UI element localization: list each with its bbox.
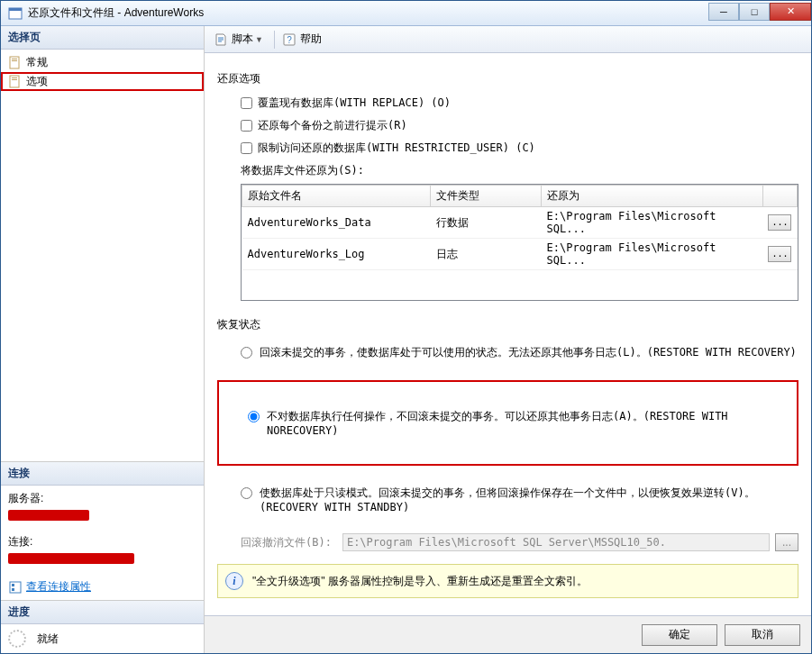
rollback-label: 回滚撤消文件(B): xyxy=(241,535,332,550)
restore-files-table[interactable]: 原始文件名 文件类型 还原为 AdventureWorks_Data 行数据 xyxy=(241,184,798,301)
toolbar-separator xyxy=(274,31,275,49)
svg-rect-6 xyxy=(12,77,17,78)
overwrite-label: 覆盖现有数据库(WITH REPLACE) (O) xyxy=(258,95,451,111)
progress-status: 就绪 xyxy=(37,631,59,647)
ok-button[interactable]: 确定 xyxy=(642,624,717,646)
svg-rect-10 xyxy=(12,588,14,591)
col-header-browse xyxy=(762,186,797,207)
radio-norecovery-highlight: 不对数据库执行任何操作，不回滚未提交的事务。可以还原其他事务日志(A)。(RES… xyxy=(217,380,798,466)
prompt-label: 还原每个备份之前进行提示(R) xyxy=(258,118,407,133)
link-label: 查看连接属性 xyxy=(26,579,91,595)
info-icon: i xyxy=(225,572,243,590)
connection-header: 连接 xyxy=(1,462,204,486)
browse-button[interactable]: ... xyxy=(768,246,791,262)
svg-text:?: ? xyxy=(287,35,292,45)
sidebar: 选择页 常规 选项 连接 服务器: 连接: xyxy=(1,26,205,653)
col-header-original[interactable]: 原始文件名 xyxy=(242,186,431,207)
radio-recovery-row[interactable]: 回滚未提交的事务，使数据库处于可以使用的状态。无法还原其他事务日志(L)。(RE… xyxy=(241,341,798,364)
toolbar: 脚本 ▼ ? 帮助 xyxy=(205,26,811,53)
properties-icon xyxy=(8,580,23,595)
svg-rect-8 xyxy=(10,582,21,593)
progress-header: 进度 xyxy=(1,601,204,624)
titlebar: 还原文件和文件组 - AdventureWorks ─ □ ✕ xyxy=(1,1,811,26)
connection-label: 连接: xyxy=(1,532,204,551)
close-button[interactable]: ✕ xyxy=(770,3,811,21)
radio-recovery-label: 回滚未提交的事务，使数据库处于可以使用的状态。无法还原其他事务日志(L)。(RE… xyxy=(260,345,797,360)
svg-rect-4 xyxy=(12,60,17,61)
maximize-button[interactable]: □ xyxy=(739,3,770,21)
table-row[interactable]: AdventureWorks_Data 行数据 E:\Program Files… xyxy=(242,207,798,239)
window-title: 还原文件和文件组 - AdventureWorks xyxy=(28,5,708,21)
radio-norecovery[interactable] xyxy=(248,411,260,422)
window-controls: ─ □ ✕ xyxy=(708,6,811,21)
rollback-file-row: 回滚撤消文件(B): ... xyxy=(241,533,798,551)
table-row[interactable]: AdventureWorks_Log 日志 E:\Program Files\M… xyxy=(242,239,798,270)
script-button[interactable]: 脚本 ▼ xyxy=(210,30,267,49)
tool-label: 脚本 xyxy=(232,32,253,47)
radio-norecovery-row[interactable]: 不对数据库执行任何操作，不回滚未提交的事务。可以还原其他事务日志(A)。(RES… xyxy=(226,405,789,441)
sidebar-item-options[interactable]: 选项 xyxy=(1,72,204,91)
help-button[interactable]: ? 帮助 xyxy=(278,30,325,49)
tool-label: 帮助 xyxy=(300,32,322,47)
connection-section: 连接 服务器: 连接: 查看连接属性 xyxy=(1,461,204,600)
svg-rect-2 xyxy=(10,57,19,68)
content-area: 还原选项 覆盖现有数据库(WITH REPLACE) (O) 还原每个备份之前进… xyxy=(205,53,811,615)
overwrite-checkbox[interactable] xyxy=(241,97,252,109)
chevron-down-icon: ▼ xyxy=(255,35,263,44)
script-icon xyxy=(214,32,228,47)
browse-button[interactable]: ... xyxy=(768,214,791,231)
info-bar: i "全文升级选项" 服务器属性控制是导入、重新生成还是重置全文索引。 xyxy=(217,564,798,598)
cell-type: 行数据 xyxy=(431,207,542,239)
server-label: 服务器: xyxy=(1,489,204,508)
button-bar: 确定 取消 xyxy=(205,615,811,653)
cell-path: E:\Program Files\Microsoft SQL... xyxy=(542,207,763,239)
svg-rect-9 xyxy=(12,584,14,586)
progress-section: 进度 就绪 xyxy=(1,600,204,653)
select-page-header: 选择页 xyxy=(1,26,204,50)
svg-rect-1 xyxy=(9,8,22,11)
radio-standby[interactable] xyxy=(241,487,252,499)
minimize-button[interactable]: ─ xyxy=(708,3,739,21)
radio-norecovery-label: 不对数据库执行任何操作，不回滚未提交的事务。可以还原其他事务日志(A)。(RES… xyxy=(267,409,789,437)
app-icon xyxy=(8,6,23,21)
page-icon xyxy=(8,75,23,89)
sidebar-item-label: 选项 xyxy=(26,74,48,89)
progress-spinner-icon xyxy=(8,630,26,648)
cell-name: AdventureWorks_Log xyxy=(242,239,431,270)
info-text: "全文升级选项" 服务器属性控制是导入、重新生成还是重置全文索引。 xyxy=(252,574,588,589)
recovery-state-title: 恢复状态 xyxy=(217,317,798,332)
dialog-body: 选择页 常规 选项 连接 服务器: 连接: xyxy=(1,26,811,653)
restrict-label: 限制访问还原的数据库(WITH RESTRICTED_USER) (C) xyxy=(258,141,535,156)
restore-options-group: 覆盖现有数据库(WITH REPLACE) (O) 还原每个备份之前进行提示(R… xyxy=(241,95,798,301)
restore-options-title: 还原选项 xyxy=(217,71,798,86)
rollback-browse-button: ... xyxy=(775,533,798,551)
connection-value xyxy=(1,551,204,568)
sidebar-item-general[interactable]: 常规 xyxy=(1,53,204,72)
svg-rect-7 xyxy=(12,79,17,80)
page-icon xyxy=(8,56,23,70)
help-icon: ? xyxy=(282,32,297,47)
svg-rect-3 xyxy=(12,59,17,59)
server-value xyxy=(1,508,204,525)
prompt-checkbox[interactable] xyxy=(241,120,252,132)
svg-rect-5 xyxy=(10,76,19,87)
main-panel: 脚本 ▼ ? 帮助 还原选项 覆盖现有数据库(WITH REPLACE) (O) xyxy=(205,26,811,653)
dialog-window: 还原文件和文件组 - AdventureWorks ─ □ ✕ 选择页 常规 选… xyxy=(0,0,812,654)
sidebar-item-label: 常规 xyxy=(26,55,48,70)
restore-as-label: 将数据库文件还原为(S): xyxy=(241,163,798,178)
page-list: 常规 选项 xyxy=(1,50,204,95)
view-connection-properties-link[interactable]: 查看连接属性 xyxy=(1,577,204,596)
radio-standby-label: 使数据库处于只读模式。回滚未提交的事务，但将回滚操作保存在一个文件中，以便恢复效… xyxy=(260,486,798,513)
col-header-type[interactable]: 文件类型 xyxy=(431,186,542,207)
cell-type: 日志 xyxy=(431,239,542,270)
restrict-checkbox[interactable] xyxy=(241,142,252,154)
col-header-restore-as[interactable]: 还原为 xyxy=(542,186,763,207)
radio-standby-row[interactable]: 使数据库处于只读模式。回滚未提交的事务，但将回滚操作保存在一个文件中，以便恢复效… xyxy=(241,482,798,517)
cell-name: AdventureWorks_Data xyxy=(242,207,431,239)
radio-recovery[interactable] xyxy=(241,347,252,359)
cancel-button[interactable]: 取消 xyxy=(725,624,800,646)
rollback-file-input xyxy=(342,533,770,551)
cell-path: E:\Program Files\Microsoft SQL... xyxy=(542,239,763,270)
